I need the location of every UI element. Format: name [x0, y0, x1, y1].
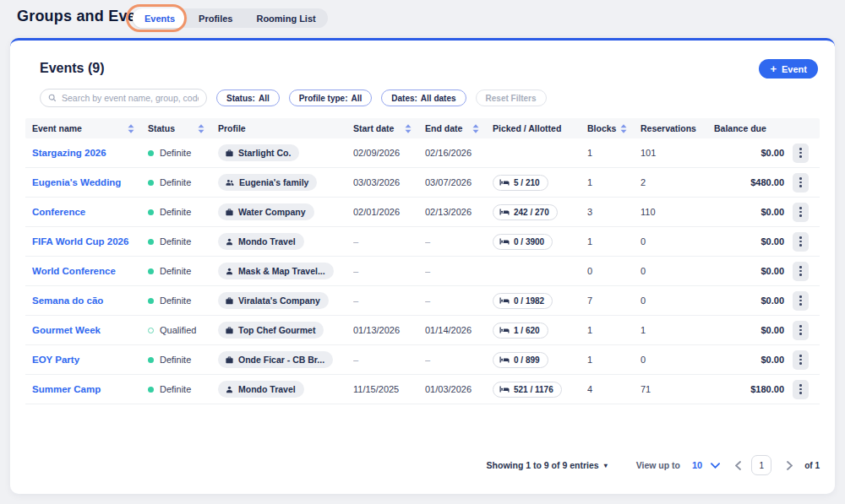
profile-name: Onde Ficar - CB Br...	[238, 355, 324, 365]
search-input[interactable]	[62, 93, 199, 103]
event-name-link[interactable]: World Conference	[32, 266, 116, 276]
status-dot-icon	[148, 239, 154, 245]
bed-icon	[499, 178, 510, 187]
table-row: FIFA World Cup 2026 Definite Mondo Trave…	[25, 227, 820, 257]
status-dot-icon	[148, 298, 154, 304]
event-name-link[interactable]: FIFA World Cup 2026	[32, 236, 128, 247]
row-actions-button[interactable]	[793, 203, 809, 222]
row-actions-button[interactable]	[793, 380, 809, 399]
current-page-input[interactable]: 1	[751, 455, 771, 475]
profile-chip[interactable]: Water Company	[218, 203, 314, 220]
add-event-button[interactable]: + Event	[759, 59, 818, 79]
profile-name: Mondo Travel	[238, 384, 296, 394]
search-icon	[48, 94, 57, 102]
briefcase-icon	[225, 208, 234, 217]
end-date: –	[425, 266, 493, 276]
end-date: 01/14/2026	[425, 325, 493, 335]
column-header[interactable]: Balance due	[714, 118, 793, 138]
blocks-value: 0	[587, 266, 641, 276]
profile-chip[interactable]: Onde Ficar - CB Br...	[218, 351, 333, 368]
panel-heading: Events (9)	[40, 61, 104, 76]
row-actions-button[interactable]	[793, 232, 809, 252]
reservations-value: 0	[641, 355, 714, 365]
reservations-value: 0	[641, 236, 714, 247]
event-name-link[interactable]: Gourmet Week	[32, 325, 101, 335]
page-size-value[interactable]: 10	[692, 460, 702, 470]
sort-arrows-icon[interactable]	[472, 124, 479, 133]
event-name-link[interactable]: Eugenia's Wedding	[32, 177, 121, 187]
tab-rooming-list[interactable]: Rooming List	[244, 8, 327, 28]
profile-name: Eugenia's family	[239, 177, 308, 187]
reservations-value: 1	[641, 325, 714, 335]
profile-chip[interactable]: Mask & Map Travel...	[218, 263, 334, 279]
prev-page-button[interactable]	[733, 459, 743, 472]
filter-profile-type[interactable]: Profile type:All	[289, 89, 373, 106]
column-header-label: Picked / Allotted	[493, 123, 561, 133]
event-name-link[interactable]: Summer Camp	[32, 384, 101, 394]
filter-dates[interactable]: Dates:All dates	[381, 89, 466, 106]
showing-entries-dropdown[interactable]: Showing 1 to 9 of 9 entries ▾	[487, 460, 608, 470]
briefcase-icon	[225, 355, 234, 365]
event-name-link[interactable]: EOY Party	[32, 355, 79, 365]
sort-arrows-icon[interactable]	[405, 124, 412, 133]
filter-status[interactable]: Status:All	[216, 89, 280, 106]
status-label: Definite	[160, 177, 191, 187]
end-date: 01/03/2026	[425, 384, 493, 394]
end-date: –	[425, 355, 493, 365]
tab-events[interactable]: Events	[133, 8, 187, 28]
profile-chip[interactable]: Eugenia's family	[218, 174, 317, 191]
picked-allotted-chip: 1 / 620	[493, 322, 548, 339]
profile-chip[interactable]: Top Chef Gourmet	[218, 322, 324, 339]
status-dot-icon	[148, 387, 154, 393]
start-date: –	[353, 266, 425, 276]
reset-filters-button[interactable]: Reset Filters	[476, 89, 547, 106]
row-actions-button[interactable]	[793, 321, 809, 340]
row-actions-button[interactable]	[793, 262, 809, 281]
kebab-icon	[799, 148, 802, 158]
row-actions-button[interactable]	[793, 173, 809, 192]
reservations-value: 71	[641, 384, 714, 394]
event-name-link[interactable]: Semana do cão	[32, 295, 103, 306]
row-actions-button[interactable]	[793, 350, 809, 370]
column-header[interactable]: Blocks	[587, 118, 641, 138]
filter-status-value: All	[259, 94, 270, 103]
blocks-value: 1	[587, 177, 641, 187]
column-header[interactable]: Start date	[353, 118, 425, 138]
column-header[interactable]: Reservations	[641, 118, 714, 138]
picked-allotted-chip: 0 / 1982	[493, 293, 553, 309]
column-header[interactable]: Profile	[218, 118, 353, 138]
column-header[interactable]: End date	[425, 118, 493, 138]
profile-name: Viralata's Company	[238, 295, 320, 306]
sort-arrows-icon[interactable]	[620, 124, 627, 133]
tab-profiles[interactable]: Profiles	[187, 8, 244, 28]
table-row: World Conference Definite Mask & Map Tra…	[25, 257, 820, 286]
status-dot-icon	[148, 357, 154, 363]
kebab-icon	[799, 236, 802, 247]
picked-allotted-chip: 242 / 270	[493, 204, 558, 220]
balance-due-value: $0.00	[714, 355, 793, 365]
profile-chip[interactable]: Mondo Travel	[218, 233, 304, 250]
family-icon	[225, 178, 235, 187]
page-size-chevron-icon[interactable]	[711, 463, 720, 469]
sort-arrows-icon[interactable]	[198, 124, 204, 133]
event-name-link[interactable]: Conference	[32, 207, 85, 217]
sort-arrows-icon[interactable]	[128, 124, 134, 133]
profile-chip[interactable]: Viralata's Company	[218, 292, 329, 309]
start-date: 01/13/2026	[353, 325, 425, 335]
next-page-button[interactable]	[785, 459, 794, 472]
column-header-label: Status	[148, 123, 175, 133]
showing-entries-label: Showing 1 to 9 of 9 entries	[487, 460, 599, 470]
profile-chip[interactable]: Starlight Co.	[218, 144, 299, 161]
status-label: Qualified	[160, 325, 196, 335]
row-actions-button[interactable]	[793, 144, 809, 163]
profile-chip[interactable]: Mondo Travel	[218, 381, 304, 398]
end-date: –	[425, 236, 493, 247]
search-box[interactable]	[40, 89, 207, 107]
status-dot-icon	[148, 150, 154, 156]
column-header[interactable]: Event name	[25, 118, 148, 138]
event-name-link[interactable]: Stargazing 2026	[32, 148, 106, 158]
row-actions-button[interactable]	[793, 291, 809, 311]
bed-icon	[499, 296, 510, 305]
column-header[interactable]: Status	[148, 118, 218, 138]
column-header[interactable]: Picked / Allotted	[493, 118, 587, 138]
